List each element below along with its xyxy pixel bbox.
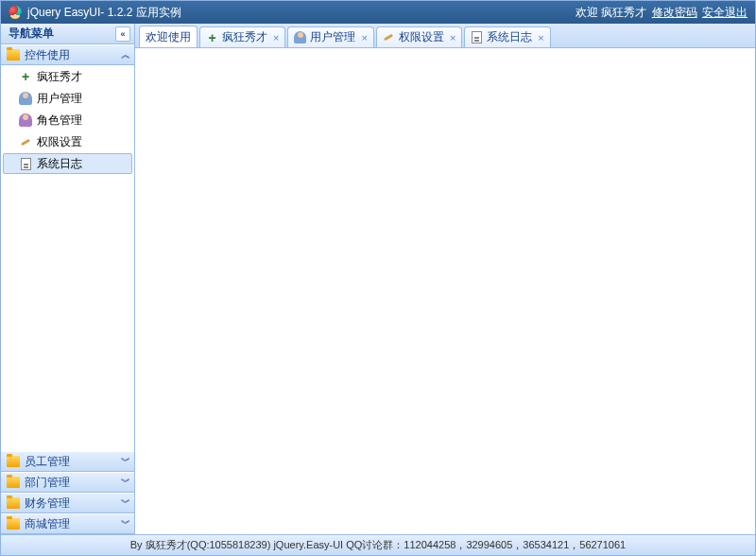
tab-xiucai[interactable]: + 疯狂秀才 × [199, 26, 285, 47]
footer-bar: By 疯狂秀才(QQ:1055818239) jQuery.Easy-UI QQ… [1, 534, 755, 555]
close-icon[interactable]: × [450, 32, 455, 43]
document-icon [471, 31, 483, 43]
tab-label: 系统日志 [487, 29, 532, 45]
folder-icon [7, 477, 20, 488]
header-right: 欢迎 疯狂秀才 修改密码 安全退出 [576, 5, 747, 21]
tab-content [135, 48, 755, 534]
menu-item-syslog[interactable]: 系统日志 [3, 153, 132, 174]
tab-label: 权限设置 [399, 29, 444, 45]
menu-item-label: 疯狂秀才 [37, 69, 82, 85]
menu-item-label: 系统日志 [37, 156, 82, 172]
welcome-text: 欢迎 疯狂秀才 [576, 6, 646, 19]
document-icon [19, 157, 32, 170]
user-icon [294, 31, 306, 43]
menu-item-label: 权限设置 [37, 134, 82, 150]
menu-item-label: 用户管理 [37, 91, 82, 107]
app-window: jQuery EasyUI- 1.2.2 应用实例 欢迎 疯狂秀才 修改密码 安… [0, 0, 756, 556]
chevron-up-icon: ︽ [121, 48, 130, 61]
folder-icon [7, 518, 20, 530]
folder-icon [7, 49, 20, 61]
header-bar: jQuery EasyUI- 1.2.2 应用实例 欢迎 疯狂秀才 修改密码 安… [1, 1, 755, 24]
app-title: jQuery EasyUI- 1.2.2 应用实例 [27, 5, 576, 21]
sidebar-header: 导航菜单 « [1, 24, 134, 44]
menu-item-permission[interactable]: 权限设置 [3, 131, 132, 152]
body: 导航菜单 « 控件使用 ︽ + 疯狂秀才 用户管理 [1, 24, 755, 534]
folder-icon [7, 456, 20, 467]
accordion-header-mall[interactable]: 商城管理 ︾ [1, 513, 134, 534]
app-logo-icon [9, 6, 22, 19]
wrench-icon [383, 31, 395, 43]
user-icon [19, 92, 32, 105]
sidebar: 导航菜单 « 控件使用 ︽ + 疯狂秀才 用户管理 [1, 24, 135, 534]
tab-user[interactable]: 用户管理 × [287, 26, 373, 47]
accordion-header-department[interactable]: 部门管理 ︾ [1, 472, 134, 493]
accordion-label: 员工管理 [25, 454, 121, 470]
chevron-down-icon: ︾ [121, 455, 130, 468]
menu-item-role[interactable]: 角色管理 [3, 110, 132, 130]
folder-icon [7, 497, 20, 509]
sidebar-collapse-button[interactable]: « [115, 26, 130, 42]
chevron-down-icon: ︾ [121, 496, 130, 510]
close-icon[interactable]: × [361, 32, 367, 43]
menu-item-user[interactable]: 用户管理 [3, 88, 132, 109]
tabs-bar: 欢迎使用 + 疯狂秀才 × 用户管理 × 权限设置 × [135, 24, 755, 48]
tab-label: 欢迎使用 [146, 29, 191, 45]
wrench-icon [19, 135, 32, 148]
chevron-down-icon: ︾ [121, 517, 130, 530]
close-icon[interactable]: × [273, 32, 279, 43]
accordion: 控件使用 ︽ + 疯狂秀才 用户管理 角色管理 [1, 44, 134, 534]
tab-label: 疯狂秀才 [222, 29, 267, 45]
add-icon: + [206, 31, 218, 43]
chevron-down-icon: ︾ [121, 476, 130, 489]
sidebar-title: 导航菜单 [9, 26, 115, 42]
footer-text: By 疯狂秀才(QQ:1055818239) jQuery.Easy-UI QQ… [130, 538, 626, 552]
main-area: 欢迎使用 + 疯狂秀才 × 用户管理 × 权限设置 × [135, 24, 755, 534]
accordion-label: 控件使用 [25, 47, 121, 63]
menu-item-xiucai[interactable]: + 疯狂秀才 [3, 66, 132, 87]
tab-welcome[interactable]: 欢迎使用 [139, 26, 198, 47]
accordion-label: 商城管理 [25, 516, 121, 532]
safe-exit-link[interactable]: 安全退出 [702, 6, 747, 19]
accordion-header-employee[interactable]: 员工管理 ︾ [1, 451, 134, 472]
tab-permission[interactable]: 权限设置 × [376, 26, 462, 47]
change-password-link[interactable]: 修改密码 [652, 6, 697, 19]
accordion-header-finance[interactable]: 财务管理 ︾ [1, 493, 134, 513]
accordion-label: 财务管理 [25, 495, 121, 512]
tab-label: 用户管理 [310, 29, 355, 45]
accordion-label: 部门管理 [25, 475, 121, 491]
tab-syslog[interactable]: 系统日志 × [464, 26, 550, 47]
accordion-body-controls: + 疯狂秀才 用户管理 角色管理 权限设置 [1, 65, 134, 451]
accordion-header-controls[interactable]: 控件使用 ︽ [1, 44, 134, 65]
menu-item-label: 角色管理 [37, 113, 82, 129]
add-icon: + [19, 70, 32, 83]
role-icon [19, 113, 32, 127]
close-icon[interactable]: × [538, 32, 543, 43]
